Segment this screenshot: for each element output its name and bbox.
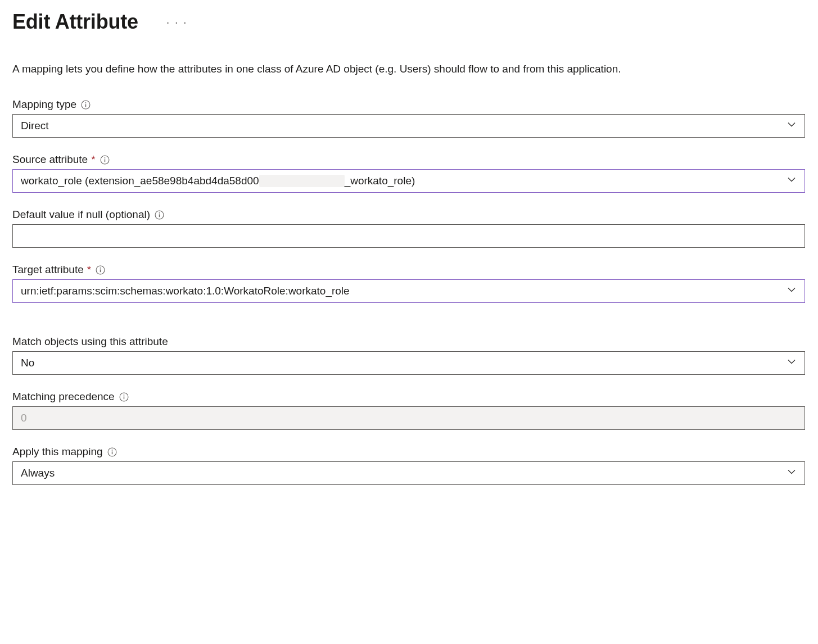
target-attribute-value: urn:ietf:params:scim:schemas:workato:1.0… xyxy=(21,285,350,297)
apply-mapping-select[interactable]: Always xyxy=(12,461,805,485)
field-source-attribute: Source attribute * workato_role (extensi… xyxy=(12,153,806,193)
matching-precedence-value: 0 xyxy=(21,412,27,424)
info-icon[interactable] xyxy=(100,155,110,165)
info-icon[interactable] xyxy=(81,100,91,110)
svg-point-2 xyxy=(85,102,87,103)
svg-point-17 xyxy=(111,450,112,451)
info-icon[interactable] xyxy=(96,265,105,275)
source-attribute-value: workato_role (extension_ae58e98b4abd4da5… xyxy=(21,175,415,187)
svg-point-8 xyxy=(159,212,160,214)
field-default-value: Default value if null (optional) xyxy=(12,208,806,248)
more-actions-button[interactable]: · · · xyxy=(162,13,192,31)
mapping-type-label: Mapping type xyxy=(12,98,76,111)
field-apply-mapping: Apply this mapping Always xyxy=(12,446,806,485)
svg-point-5 xyxy=(104,157,105,158)
match-objects-label: Match objects using this attribute xyxy=(12,335,168,348)
target-attribute-select[interactable]: urn:ietf:params:scim:schemas:workato:1.0… xyxy=(12,279,805,303)
field-target-attribute: Target attribute * urn:ietf:params:scim:… xyxy=(12,264,806,303)
mapping-type-value: Direct xyxy=(21,120,49,132)
field-match-objects: Match objects using this attribute No xyxy=(12,335,806,375)
source-attribute-label: Source attribute xyxy=(12,153,88,166)
matching-precedence-input: 0 xyxy=(12,406,805,430)
info-icon[interactable] xyxy=(155,210,164,220)
info-icon[interactable] xyxy=(119,392,129,402)
match-objects-select[interactable]: No xyxy=(12,351,805,375)
default-value-input[interactable] xyxy=(12,224,805,248)
target-attribute-label: Target attribute xyxy=(12,264,84,276)
mapping-type-select[interactable]: Direct xyxy=(12,114,805,138)
source-attribute-select[interactable]: workato_role (extension_ae58e98b4abd4da5… xyxy=(12,169,805,193)
default-value-label: Default value if null (optional) xyxy=(12,208,150,221)
apply-mapping-label: Apply this mapping xyxy=(12,446,103,458)
page-description: A mapping lets you define how the attrib… xyxy=(12,61,799,77)
required-indicator: * xyxy=(87,264,91,276)
field-mapping-type: Mapping type Direct xyxy=(12,98,806,138)
info-icon[interactable] xyxy=(107,447,117,457)
page-title: Edit Attribute xyxy=(12,10,138,34)
svg-point-11 xyxy=(100,267,101,269)
apply-mapping-value: Always xyxy=(21,467,55,479)
svg-point-14 xyxy=(123,394,124,396)
match-objects-value: No xyxy=(21,357,34,369)
matching-precedence-label: Matching precedence xyxy=(12,391,115,403)
required-indicator: * xyxy=(91,153,95,166)
field-matching-precedence: Matching precedence 0 xyxy=(12,391,806,430)
